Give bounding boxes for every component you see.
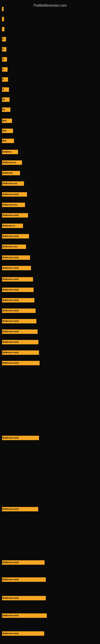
chart-container: TheBottlenecker.com EEBEEBBoBoBottBottBo… — [0, 0, 100, 644]
bar-text: Bottleneck result — [2, 288, 19, 292]
bar-text: E — [2, 47, 4, 52]
bar-text: Bottleneck re — [2, 224, 15, 228]
bar-text: Bott — [2, 118, 6, 123]
bar-text: Bottleneck result — [2, 298, 19, 302]
bar-text: Bottleneck result — [2, 361, 19, 365]
bar-text: Bo — [2, 108, 5, 112]
bar-text: E — [2, 37, 4, 42]
bar-text: Bottleneck result — [2, 330, 19, 334]
bar-text: Bottleneck result — [2, 192, 19, 196]
bar-text: Bottleneck res — [2, 160, 16, 165]
bar-text: Bottleneck result — [2, 234, 19, 238]
bar-text: E — [2, 77, 4, 82]
bar-text: Bottlenec — [2, 150, 12, 154]
bar-text: Bottleneck result — [2, 560, 19, 565]
bar-text: Bo — [2, 98, 5, 102]
bar-text: Bottleneck result — [2, 350, 19, 355]
bar-text: Bottleneck result — [2, 277, 19, 282]
bar-text: Bottleneck result — [2, 256, 19, 260]
bar-text: Bottleneck result — [2, 614, 19, 618]
bar-text: Bottleneck result — [2, 631, 19, 636]
bar-text: Bottleneck resu — [2, 181, 17, 186]
site-title: TheBottlenecker.com — [0, 1, 100, 9]
bar-text: Bott — [2, 139, 6, 143]
bar-text: Bottleneck resu — [2, 244, 17, 249]
bar-text: Bottleneck result — [2, 266, 19, 270]
bar-text: Bottleneck result — [2, 596, 19, 600]
bar-rect — [2, 27, 4, 32]
bar-text: B — [2, 87, 4, 92]
bar-text: Bottleneck result — [2, 507, 19, 512]
bar-rect — [2, 7, 3, 11]
bar-text: Bottleneck result — [2, 308, 19, 313]
bar-text: Bottleneck resu — [2, 203, 17, 207]
bar-text: Bott — [2, 128, 6, 133]
bar-text: Bottleneck — [2, 171, 13, 175]
bar-text: B — [2, 57, 4, 62]
bar-text: Bottleneck result — [2, 213, 19, 218]
bar-text: Bottleneck result — [2, 340, 19, 344]
bar-text: Bottleneck result — [2, 578, 19, 582]
bar-text: E — [2, 67, 4, 72]
bar-text: Bottleneck result — [2, 319, 19, 324]
bar-text: Bottleneck result — [2, 436, 19, 440]
bar-rect — [2, 17, 4, 21]
